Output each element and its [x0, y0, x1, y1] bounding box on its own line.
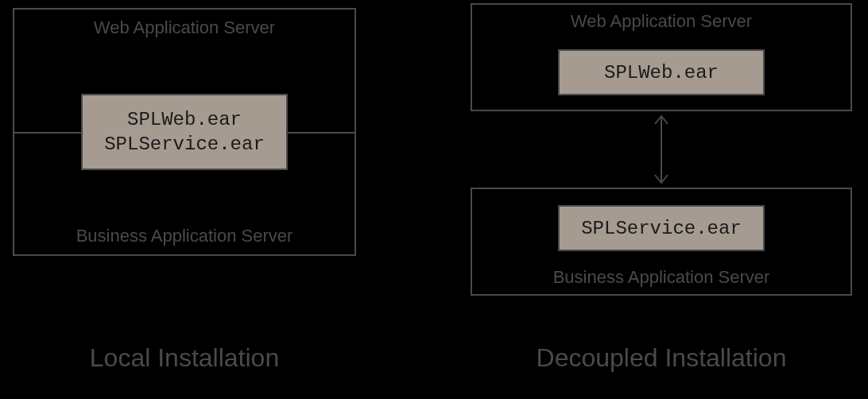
local-install-container: Web Application Server SPLWeb.ear SPLSer…: [13, 8, 356, 256]
decoupled-business-server-label: Business Application Server: [472, 267, 851, 288]
decoupled-splweb-ear-box: SPLWeb.ear: [558, 49, 765, 95]
decoupled-installation-title: Decoupled Installation: [471, 343, 852, 373]
local-ear-box: SPLWeb.ear SPLService.ear: [81, 94, 288, 170]
double-arrow-icon: [658, 111, 665, 188]
decoupled-splservice-ear-text: SPLService.ear: [581, 218, 742, 239]
local-ear-splweb: SPLWeb.ear: [127, 107, 242, 132]
decoupled-web-server-box: Web Application Server SPLWeb.ear: [471, 3, 852, 111]
local-web-server-label: Web Application Server: [14, 17, 355, 38]
local-installation-title: Local Installation: [13, 343, 356, 373]
decoupled-business-server-box: SPLService.ear Business Application Serv…: [471, 188, 852, 296]
local-business-server-label: Business Application Server: [14, 226, 355, 246]
decoupled-splweb-ear-text: SPLWeb.ear: [604, 62, 719, 83]
local-ear-splservice: SPLService.ear: [104, 132, 265, 157]
diagram-canvas: Web Application Server SPLWeb.ear SPLSer…: [0, 0, 868, 399]
decoupled-splservice-ear-box: SPLService.ear: [558, 205, 765, 251]
decoupled-web-server-label: Web Application Server: [472, 11, 851, 32]
